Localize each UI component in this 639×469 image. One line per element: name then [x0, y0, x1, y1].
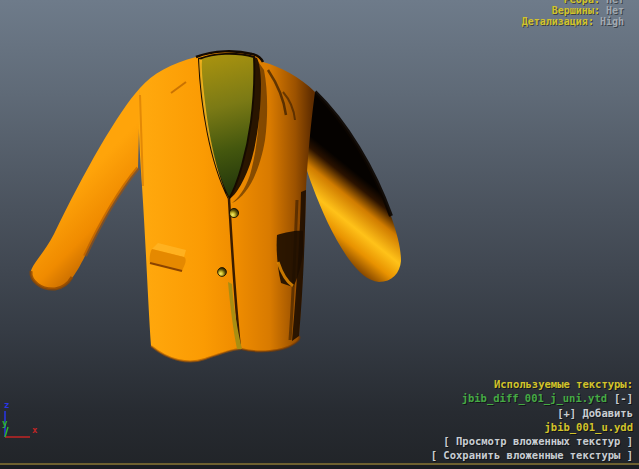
model-viewer-window: z y x Ребра:Нет Вершины:Нет Детализация:… — [0, 0, 639, 469]
jacket-button-top — [229, 208, 238, 217]
model-stats: Ребра:Нет Вершины:Нет Детализация:High — [522, 0, 624, 27]
stat-detail-label: Детализация: — [522, 16, 594, 27]
texture-file-link[interactable]: jbib_diff_001_j_uni.ytd — [462, 392, 607, 404]
stat-vertices-label: Вершины: — [552, 5, 600, 16]
stat-vertices-value[interactable]: Нет — [606, 5, 624, 16]
textures-title: Используемые текстуры: — [431, 377, 633, 391]
axis-gizmo: z y x — [2, 400, 38, 437]
axis-y-label: y — [2, 418, 8, 428]
view-embedded-textures-button[interactable]: [ Просмотр вложенных текстур ] — [431, 434, 633, 448]
add-texture-button[interactable]: [+] Добавить — [431, 406, 633, 420]
stat-detail: Детализация:High — [522, 16, 624, 27]
remove-texture-button[interactable]: [-] — [614, 392, 633, 404]
stat-detail-value[interactable]: High — [600, 16, 624, 27]
jacket-left-sleeve — [31, 88, 140, 289]
texture-file-row: jbib_diff_001_j_uni.ytd[-] — [431, 391, 633, 405]
jacket-button-bottom — [218, 268, 227, 277]
window-footer-bar — [0, 463, 639, 469]
axis-x-label: x — [32, 425, 38, 435]
stat-vertices: Вершины:Нет — [522, 5, 624, 16]
save-embedded-textures-button[interactable]: [ Сохранить вложенные текстуры ] — [431, 448, 633, 462]
jacket-right-sleeve — [303, 92, 401, 282]
model-viewport[interactable]: z y x Ребра:Нет Вершины:Нет Детализация:… — [0, 0, 639, 469]
texture-panel: Используемые текстуры: jbib_diff_001_j_u… — [431, 377, 633, 463]
axis-z-label: z — [4, 400, 9, 410]
model-file-label: jbib_001_u.ydd — [431, 420, 633, 434]
